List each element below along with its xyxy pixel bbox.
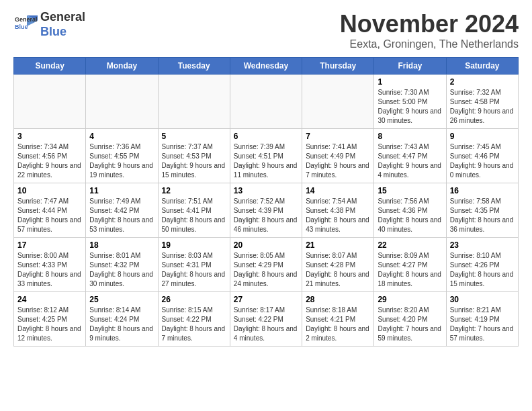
day-number: 16 [450,186,515,195]
day-header-tuesday: Tuesday [158,58,230,75]
day-number: 22 [378,240,442,250]
calendar-week-4: 17Sunrise: 8:00 AM Sunset: 4:33 PM Dayli… [14,238,519,292]
calendar-cell: 17Sunrise: 8:00 AM Sunset: 4:33 PM Dayli… [14,238,86,292]
day-header-sunday: Sunday [14,58,86,75]
day-info: Sunrise: 7:36 AM Sunset: 4:55 PM Dayligh… [89,142,154,180]
day-number: 1 [378,77,442,87]
calendar-cell: 1Sunrise: 7:30 AM Sunset: 5:00 PM Daylig… [374,75,446,129]
calendar-cell: 14Sunrise: 7:54 AM Sunset: 4:38 PM Dayli… [302,183,374,238]
logo-icon: General Blue [13,13,38,37]
day-number: 27 [234,295,298,304]
calendar-week-2: 3Sunrise: 7:34 AM Sunset: 4:56 PM Daylig… [14,129,519,183]
calendar-cell: 26Sunrise: 8:15 AM Sunset: 4:22 PM Dayli… [158,292,230,347]
calendar-cell: 18Sunrise: 8:01 AM Sunset: 4:32 PM Dayli… [86,238,158,292]
day-number: 20 [234,240,298,250]
day-number: 8 [378,132,442,141]
calendar-cell: 6Sunrise: 7:39 AM Sunset: 4:51 PM Daylig… [230,129,302,183]
calendar-cell: 20Sunrise: 8:05 AM Sunset: 4:29 PM Dayli… [230,238,302,292]
calendar-cell: 19Sunrise: 8:03 AM Sunset: 4:31 PM Dayli… [158,238,230,292]
day-info: Sunrise: 7:41 AM Sunset: 4:49 PM Dayligh… [306,142,370,180]
day-number: 2 [450,77,515,87]
day-number: 19 [162,240,226,250]
svg-text:Blue: Blue [15,24,28,30]
day-number: 10 [17,186,82,195]
calendar-cell: 7Sunrise: 7:41 AM Sunset: 4:49 PM Daylig… [302,129,374,183]
calendar-cell: 27Sunrise: 8:17 AM Sunset: 4:22 PM Dayli… [230,292,302,347]
day-info: Sunrise: 7:51 AM Sunset: 4:41 PM Dayligh… [162,197,226,234]
calendar-week-1: 1Sunrise: 7:30 AM Sunset: 5:00 PM Daylig… [14,75,519,129]
calendar-cell: 16Sunrise: 7:58 AM Sunset: 4:35 PM Dayli… [446,183,518,238]
title-section: November 2024 Eexta, Groningen, The Neth… [340,10,519,50]
calendar-cell [158,75,230,129]
day-number: 3 [17,132,82,141]
calendar-cell [14,75,86,129]
day-info: Sunrise: 8:20 AM Sunset: 4:20 PM Dayligh… [378,306,442,343]
calendar-cell [230,75,302,129]
day-number: 13 [234,186,298,195]
calendar-week-5: 24Sunrise: 8:12 AM Sunset: 4:25 PM Dayli… [14,292,519,347]
day-header-monday: Monday [86,58,158,75]
day-number: 30 [450,295,515,304]
day-info: Sunrise: 7:58 AM Sunset: 4:35 PM Dayligh… [450,197,515,234]
logo-general: General [40,10,85,25]
day-header-saturday: Saturday [446,58,518,75]
day-number: 28 [306,295,370,304]
calendar-cell: 15Sunrise: 7:56 AM Sunset: 4:36 PM Dayli… [374,183,446,238]
day-number: 25 [89,295,154,304]
calendar-cell: 8Sunrise: 7:43 AM Sunset: 4:47 PM Daylig… [374,129,446,183]
calendar-cell: 29Sunrise: 8:20 AM Sunset: 4:20 PM Dayli… [374,292,446,347]
day-info: Sunrise: 7:56 AM Sunset: 4:36 PM Dayligh… [378,197,442,234]
day-header-friday: Friday [374,58,446,75]
day-info: Sunrise: 8:14 AM Sunset: 4:24 PM Dayligh… [89,306,154,343]
svg-text:General: General [15,16,38,23]
calendar-table: SundayMondayTuesdayWednesdayThursdayFrid… [13,57,519,347]
calendar-cell: 5Sunrise: 7:37 AM Sunset: 4:53 PM Daylig… [158,129,230,183]
day-number: 29 [378,295,442,304]
day-number: 17 [17,240,82,250]
day-info: Sunrise: 7:49 AM Sunset: 4:42 PM Dayligh… [89,197,154,234]
calendar-cell: 9Sunrise: 7:45 AM Sunset: 4:46 PM Daylig… [446,129,518,183]
calendar-cell: 28Sunrise: 8:18 AM Sunset: 4:21 PM Dayli… [302,292,374,347]
calendar-cell: 24Sunrise: 8:12 AM Sunset: 4:25 PM Dayli… [14,292,86,347]
day-info: Sunrise: 8:00 AM Sunset: 4:33 PM Dayligh… [17,251,82,289]
calendar-cell: 13Sunrise: 7:52 AM Sunset: 4:39 PM Dayli… [230,183,302,238]
day-info: Sunrise: 8:05 AM Sunset: 4:29 PM Dayligh… [234,251,298,289]
calendar-week-3: 10Sunrise: 7:47 AM Sunset: 4:44 PM Dayli… [14,183,519,238]
day-info: Sunrise: 7:47 AM Sunset: 4:44 PM Dayligh… [17,197,82,234]
month-title: November 2024 [340,10,519,38]
day-info: Sunrise: 7:52 AM Sunset: 4:39 PM Dayligh… [234,197,298,234]
subtitle: Eexta, Groningen, The Netherlands [340,38,519,50]
day-info: Sunrise: 8:15 AM Sunset: 4:22 PM Dayligh… [162,306,226,343]
calendar-cell [302,75,374,129]
day-info: Sunrise: 8:12 AM Sunset: 4:25 PM Dayligh… [17,306,82,343]
day-number: 14 [306,186,370,195]
day-number: 4 [89,132,154,141]
day-info: Sunrise: 7:45 AM Sunset: 4:46 PM Dayligh… [450,142,515,180]
logo-text: General Blue [40,10,85,39]
calendar-cell: 3Sunrise: 7:34 AM Sunset: 4:56 PM Daylig… [14,129,86,183]
day-number: 5 [162,132,226,141]
day-info: Sunrise: 7:37 AM Sunset: 4:53 PM Dayligh… [162,142,226,180]
calendar-cell: 12Sunrise: 7:51 AM Sunset: 4:41 PM Dayli… [158,183,230,238]
day-number: 11 [89,186,154,195]
calendar-cell: 11Sunrise: 7:49 AM Sunset: 4:42 PM Dayli… [86,183,158,238]
logo-blue: Blue [40,25,85,40]
logo: General Blue General Blue [13,10,85,39]
day-header-thursday: Thursday [302,58,374,75]
day-info: Sunrise: 8:18 AM Sunset: 4:21 PM Dayligh… [306,306,370,343]
day-info: Sunrise: 7:43 AM Sunset: 4:47 PM Dayligh… [378,142,442,180]
calendar-cell: 30Sunrise: 8:21 AM Sunset: 4:19 PM Dayli… [446,292,518,347]
day-info: Sunrise: 7:30 AM Sunset: 5:00 PM Dayligh… [378,88,442,126]
calendar-cell: 22Sunrise: 8:09 AM Sunset: 4:27 PM Dayli… [374,238,446,292]
day-header-wednesday: Wednesday [230,58,302,75]
day-number: 9 [450,132,515,141]
calendar-cell: 2Sunrise: 7:32 AM Sunset: 4:58 PM Daylig… [446,75,518,129]
calendar-cell: 10Sunrise: 7:47 AM Sunset: 4:44 PM Dayli… [14,183,86,238]
calendar-cell: 4Sunrise: 7:36 AM Sunset: 4:55 PM Daylig… [86,129,158,183]
day-info: Sunrise: 8:10 AM Sunset: 4:26 PM Dayligh… [450,251,515,289]
day-number: 21 [306,240,370,250]
day-info: Sunrise: 8:21 AM Sunset: 4:19 PM Dayligh… [450,306,515,343]
day-info: Sunrise: 7:34 AM Sunset: 4:56 PM Dayligh… [17,142,82,180]
day-number: 7 [306,132,370,141]
day-info: Sunrise: 8:17 AM Sunset: 4:22 PM Dayligh… [234,306,298,343]
